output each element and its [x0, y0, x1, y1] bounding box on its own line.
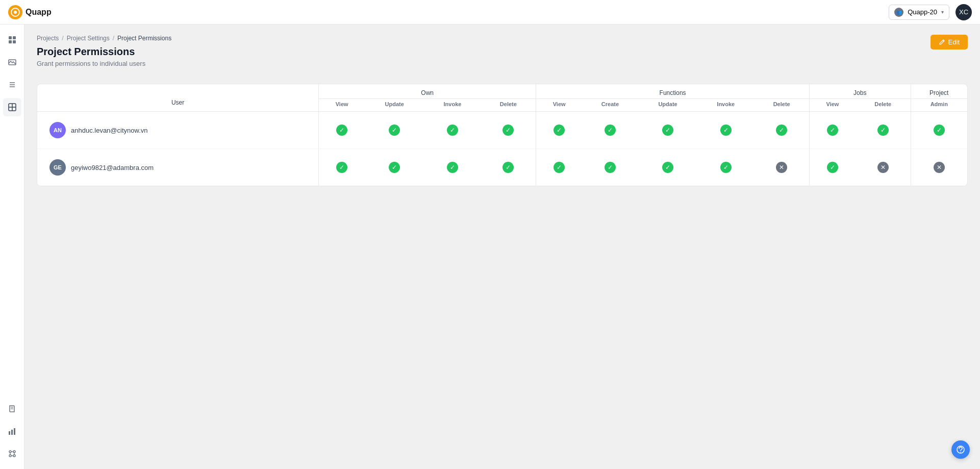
sidebar-item-book[interactable]	[3, 400, 21, 418]
check-icon: ✓	[389, 125, 400, 136]
permission-cell: ✓	[424, 149, 481, 186]
check-icon: ✓	[554, 125, 565, 136]
check-icon: ✓	[662, 125, 673, 136]
sidebar-item-home[interactable]	[3, 31, 21, 49]
breadcrumb-projects[interactable]: Projects	[37, 35, 59, 42]
check-icon: ✓	[447, 162, 458, 173]
check-icon: ✓	[447, 125, 458, 136]
check-icon: ✓	[605, 125, 616, 136]
chevron-down-icon: ▾	[941, 9, 944, 15]
cross-icon: ✕	[934, 162, 945, 173]
sidebar-item-dashboard[interactable]	[3, 98, 21, 116]
user-avatar-cell: GE	[49, 159, 66, 176]
permission-cell: ✓	[754, 112, 809, 149]
permission-cell: ✓	[856, 112, 911, 149]
col-header-user: User	[37, 84, 319, 112]
check-icon: ✓	[934, 125, 945, 136]
permission-cell: ✓	[638, 112, 697, 149]
sidebar-item-analytics[interactable]	[3, 422, 21, 440]
col-own-update: Update	[365, 99, 424, 112]
permission-cell: ✓	[365, 112, 424, 149]
col-own-view: View	[319, 99, 365, 112]
sidebar-item-image[interactable]	[3, 53, 21, 71]
check-icon: ✓	[502, 162, 514, 173]
col-group-jobs: Jobs	[810, 84, 911, 99]
svg-rect-5	[13, 40, 16, 43]
edit-button[interactable]: Edit	[931, 35, 968, 50]
permission-cell: ✕	[754, 149, 809, 186]
col-project-admin: Admin	[911, 99, 967, 112]
permission-cell: ✓	[536, 149, 582, 186]
permission-cell: ✓	[536, 112, 582, 149]
permission-cell: ✓	[424, 112, 481, 149]
user-cell: ANanhduc.levan@citynow.vn	[41, 117, 314, 143]
breadcrumb-project-settings[interactable]: Project Settings	[67, 35, 110, 42]
check-icon: ✓	[336, 125, 347, 136]
edit-btn-label: Edit	[948, 38, 960, 46]
svg-point-21	[13, 455, 15, 457]
permission-cell: ✕	[911, 149, 967, 186]
col-group-functions: Functions	[536, 84, 810, 99]
permission-cell: ✕	[856, 149, 911, 186]
check-icon: ✓	[720, 125, 732, 136]
cross-icon: ✕	[776, 162, 787, 173]
project-selector[interactable]: 👥 Quapp-20 ▾	[889, 5, 949, 20]
check-icon: ✓	[877, 125, 889, 136]
user-email: geyiwo9821@adambra.com	[71, 164, 154, 171]
svg-point-1	[14, 11, 17, 14]
logo: Quapp	[8, 5, 52, 19]
svg-point-19	[13, 451, 15, 453]
main-content: Projects / Project Settings / Project Pe…	[24, 24, 980, 469]
svg-rect-2	[9, 36, 12, 39]
check-icon: ✓	[776, 125, 787, 136]
permission-cell: ✓	[582, 112, 638, 149]
check-icon: ✓	[502, 125, 514, 136]
user-email: anhduc.levan@citynow.vn	[71, 127, 148, 134]
page-title: Project Permissions	[37, 46, 171, 58]
sidebar-item-integrations[interactable]	[3, 445, 21, 463]
permission-cell: ✓	[697, 112, 754, 149]
sidebar	[0, 24, 24, 469]
col-own-invoke: Invoke	[424, 99, 481, 112]
permissions-table-container: User Own Functions Jobs Project View Upd…	[37, 84, 968, 186]
check-icon: ✓	[720, 162, 732, 173]
breadcrumb-sep-1: /	[62, 35, 63, 42]
svg-rect-4	[9, 40, 12, 43]
col-fn-update: Update	[638, 99, 697, 112]
topbar: Quapp 👥 Quapp-20 ▾ XC	[0, 0, 980, 24]
permission-cell: ✓	[810, 149, 856, 186]
permission-cell: ✓	[911, 112, 967, 149]
svg-rect-15	[9, 431, 10, 435]
check-icon: ✓	[605, 162, 616, 173]
svg-point-20	[9, 455, 11, 457]
permission-cell: ✓	[319, 149, 365, 186]
cross-icon: ✕	[877, 162, 889, 173]
project-name: Quapp-20	[908, 8, 937, 16]
logo-icon	[8, 5, 22, 19]
sidebar-item-list[interactable]	[3, 76, 21, 94]
layout: Projects / Project Settings / Project Pe…	[0, 24, 980, 469]
permission-cell: ✓	[365, 149, 424, 186]
permission-cell: ✓	[481, 149, 536, 186]
permission-cell: ✓	[697, 149, 754, 186]
svg-rect-16	[11, 430, 13, 435]
permission-cell: ✓	[582, 149, 638, 186]
col-fn-invoke: Invoke	[697, 99, 754, 112]
svg-point-18	[9, 451, 11, 453]
project-avatar: 👥	[894, 8, 903, 17]
col-jobs-view: View	[810, 99, 856, 112]
permissions-table: User Own Functions Jobs Project View Upd…	[37, 84, 967, 186]
col-own-delete: Delete	[481, 99, 536, 112]
check-icon: ✓	[554, 162, 565, 173]
col-group-own: Own	[319, 84, 536, 99]
col-fn-delete: Delete	[754, 99, 809, 112]
check-icon: ✓	[389, 162, 400, 173]
svg-rect-17	[14, 428, 15, 435]
permission-cell: ✓	[810, 112, 856, 149]
support-button[interactable]	[951, 440, 970, 459]
user-avatar[interactable]: XC	[956, 4, 972, 20]
svg-rect-3	[13, 36, 16, 39]
check-icon: ✓	[827, 125, 838, 136]
col-fn-create: Create	[582, 99, 638, 112]
user-avatar-cell: AN	[49, 122, 66, 138]
